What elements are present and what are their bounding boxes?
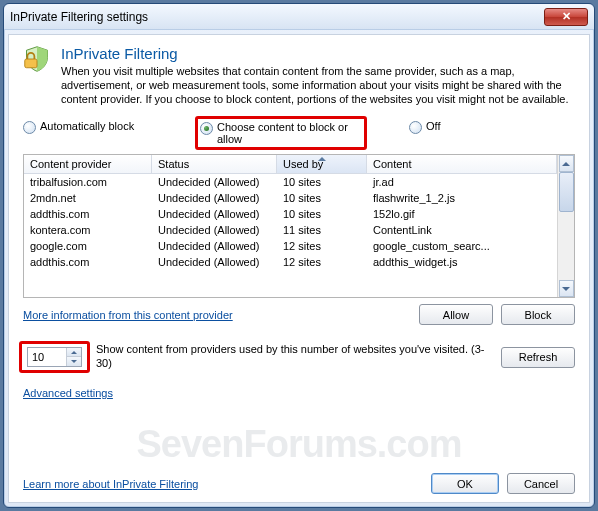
block-button[interactable]: Block [501, 304, 575, 325]
radio-label: Off [426, 120, 440, 132]
table-row[interactable]: google.com Undecided (Allowed) 12 sites … [24, 238, 557, 254]
table-row[interactable]: addthis.com Undecided (Allowed) 12 sites… [24, 254, 557, 270]
cell-usedby: 10 sites [277, 175, 367, 189]
table-header: Content provider Status Used by Content [24, 155, 557, 174]
threshold-input[interactable] [28, 348, 66, 366]
radio-icon [409, 121, 422, 134]
vertical-scrollbar[interactable] [557, 155, 574, 297]
learn-more-link[interactable]: Learn more about InPrivate Filtering [23, 478, 198, 490]
cell-status: Undecided (Allowed) [152, 191, 277, 205]
cell-content: addthis_widget.js [367, 255, 557, 269]
refresh-button[interactable]: Refresh [501, 347, 575, 368]
threshold-spinner[interactable] [27, 347, 82, 367]
close-icon: ✕ [562, 10, 571, 23]
th-content[interactable]: Content [367, 155, 557, 173]
cell-content: google_custom_searc... [367, 239, 557, 253]
table-actions-row: More information from this content provi… [23, 304, 575, 325]
provider-table: Content provider Status Used by Content … [23, 154, 575, 298]
cell-usedby: 10 sites [277, 191, 367, 205]
cell-provider: google.com [24, 239, 152, 253]
cell-content: jr.ad [367, 175, 557, 189]
feature-icon-cell [23, 45, 53, 106]
radio-label: Automatically block [40, 120, 134, 132]
advanced-settings-link[interactable]: Advanced settings [23, 387, 113, 399]
radio-label: Choose content to block or allow [217, 121, 360, 145]
table-row[interactable]: tribalfusion.com Undecided (Allowed) 10 … [24, 174, 557, 190]
cell-status: Undecided (Allowed) [152, 175, 277, 189]
cell-provider: 2mdn.net [24, 191, 152, 205]
cell-provider: kontera.com [24, 223, 152, 237]
cell-content: ContentLink [367, 223, 557, 237]
highlight-threshold [19, 341, 90, 373]
svg-rect-0 [25, 59, 37, 68]
th-status[interactable]: Status [152, 155, 277, 173]
cell-status: Undecided (Allowed) [152, 223, 277, 237]
cell-status: Undecided (Allowed) [152, 239, 277, 253]
more-info-link[interactable]: More information from this content provi… [23, 309, 233, 321]
threshold-label: Show content from providers used by this… [96, 343, 491, 371]
cell-content: flashwrite_1_2.js [367, 191, 557, 205]
table-row[interactable]: kontera.com Undecided (Allowed) 11 sites… [24, 222, 557, 238]
radio-auto[interactable]: Automatically block [23, 120, 193, 134]
close-button[interactable]: ✕ [544, 8, 588, 26]
table-body: tribalfusion.com Undecided (Allowed) 10 … [24, 174, 557, 297]
cancel-button[interactable]: Cancel [507, 473, 575, 494]
dialog-window: InPrivate Filtering settings ✕ InPrivate… [3, 3, 595, 508]
titlebar: InPrivate Filtering settings ✕ [4, 4, 594, 30]
header-text: InPrivate Filtering When you visit multi… [61, 45, 575, 106]
cell-content: 152lo.gif [367, 207, 557, 221]
th-usedby[interactable]: Used by [277, 155, 367, 173]
inprivate-shield-icon [23, 45, 51, 73]
scroll-up-icon[interactable] [559, 155, 574, 172]
radio-icon [23, 121, 36, 134]
table-row[interactable]: 2mdn.net Undecided (Allowed) 10 sites fl… [24, 190, 557, 206]
threshold-row: Show content from providers used by this… [23, 343, 575, 371]
th-provider[interactable]: Content provider [24, 155, 152, 173]
radio-row: Automatically block Choose content to bl… [23, 120, 575, 146]
cell-usedby: 12 sites [277, 255, 367, 269]
watermark: SevenForums.com [9, 423, 589, 466]
cell-provider: addthis.com [24, 255, 152, 269]
ok-button[interactable]: OK [431, 473, 499, 494]
cell-provider: addthis.com [24, 207, 152, 221]
advanced-row: Advanced settings [23, 387, 575, 399]
spinner-down-icon[interactable] [67, 357, 81, 366]
scroll-down-icon[interactable] [559, 280, 574, 297]
window-title: InPrivate Filtering settings [10, 10, 544, 24]
radio-choose[interactable]: Choose content to block or allow [200, 121, 360, 145]
header-block: InPrivate Filtering When you visit multi… [23, 45, 575, 106]
spinner-up-icon[interactable] [67, 348, 81, 357]
cell-status: Undecided (Allowed) [152, 255, 277, 269]
highlight-choose: Choose content to block or allow [195, 116, 367, 150]
footer: Learn more about InPrivate Filtering OK … [23, 463, 575, 494]
scroll-thumb[interactable] [559, 172, 574, 212]
radio-icon [200, 122, 213, 135]
table-row[interactable]: addthis.com Undecided (Allowed) 10 sites… [24, 206, 557, 222]
heading: InPrivate Filtering [61, 45, 575, 62]
client-area: InPrivate Filtering When you visit multi… [8, 34, 590, 503]
description: When you visit multiple websites that co… [61, 65, 575, 106]
cell-status: Undecided (Allowed) [152, 207, 277, 221]
cell-usedby: 11 sites [277, 223, 367, 237]
cell-usedby: 12 sites [277, 239, 367, 253]
cell-usedby: 10 sites [277, 207, 367, 221]
allow-button[interactable]: Allow [419, 304, 493, 325]
radio-off[interactable]: Off [409, 120, 440, 134]
cell-provider: tribalfusion.com [24, 175, 152, 189]
